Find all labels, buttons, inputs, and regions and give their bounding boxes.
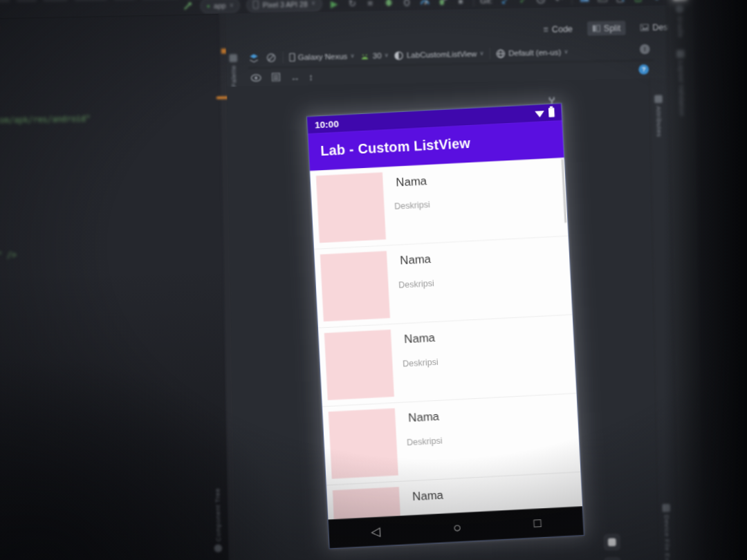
menu-text-blurred	[74, 0, 107, 1]
palette-tool-tab[interactable]: Palette	[229, 54, 237, 88]
api-version-select[interactable]: 30 ∨	[360, 51, 389, 60]
menu-text-blurred	[43, 0, 68, 1]
toolbar-separator	[283, 52, 284, 64]
design-canvas[interactable]: 10:00 Lab - Custom ListView Nama	[227, 79, 658, 560]
list-item[interactable]: Nama Deskripsi	[318, 315, 576, 407]
git-label: Git:	[480, 0, 492, 5]
status-time: 10:00	[315, 118, 340, 130]
help-badge[interactable]: ?	[638, 64, 649, 75]
code-line[interactable]: iew" />	[0, 250, 17, 261]
component-tree-tool-tab[interactable]: Component Tree	[213, 488, 222, 552]
chevron-down-icon: ∨	[350, 53, 354, 59]
item-subtitle: Deskripsi	[398, 278, 434, 290]
apply-code-changes-button[interactable]: ≡	[365, 0, 376, 8]
item-image-placeholder	[324, 330, 394, 400]
gradle-tab-label: Gradle	[676, 16, 684, 38]
build-hammer-icon[interactable]	[182, 0, 194, 12]
editor-mode-tabs: ≡ Code Split Design	[538, 19, 685, 37]
globe-icon	[496, 48, 506, 58]
apply-changes-button[interactable]: ↻	[347, 0, 358, 8]
locale-select[interactable]: Default (en-us) ∨	[496, 48, 568, 59]
nav-recents-button[interactable]: □	[533, 516, 542, 529]
sdk-manager-icon[interactable]	[651, 0, 663, 3]
orientation-list-icon[interactable]	[270, 71, 282, 83]
tab-code-label: Code	[552, 24, 573, 34]
attach-debugger-button[interactable]	[400, 0, 412, 8]
zoom-to-fit-button[interactable]	[602, 533, 621, 552]
list-item[interactable]: Nama Deskripsi	[322, 393, 580, 485]
chevron-down-icon: ∨	[230, 2, 234, 8]
apply-changes-restart-button[interactable]	[436, 0, 448, 7]
resize-vertical-icon[interactable]: ↕	[308, 71, 313, 82]
run-button[interactable]: ▶	[329, 0, 340, 9]
scrollbar-warning-mark[interactable]	[221, 48, 226, 53]
viewing-mode-icon[interactable]	[266, 52, 277, 64]
tab-code[interactable]: ≡ Code	[538, 21, 578, 37]
logcat-terminal-icon[interactable]	[596, 0, 608, 4]
chevron-down-icon: ∨	[479, 50, 483, 56]
device-for-preview-select[interactable]: Galaxy Nexus ∨	[289, 52, 355, 62]
battery-icon	[548, 108, 555, 118]
tab-split-label: Split	[604, 23, 621, 33]
item-image-placeholder	[320, 251, 390, 321]
design-icon	[640, 24, 649, 31]
android-studio-window: ● app ∨ Pixel 3 API 28 ∨ ▶ ↻ ≡	[0, 0, 747, 560]
code-line[interactable]: sk.com/apk/res/android"	[0, 114, 91, 126]
phone-preview[interactable]: 10:00 Lab - Custom ListView Nama	[307, 104, 584, 548]
nav-home-button[interactable]: ○	[452, 520, 461, 534]
run-config-label: app	[214, 1, 226, 10]
toolbar-separator	[571, 0, 572, 4]
zoom-to-fit-icon	[608, 538, 616, 546]
design-view-toolbar: ↔ ↕	[250, 68, 313, 86]
gradle-tool-tab[interactable]: Gradle	[676, 5, 684, 37]
component-tree-icon	[214, 544, 222, 552]
split-icon	[592, 25, 600, 32]
tab-split[interactable]: Split	[587, 21, 626, 36]
item-title: Nama	[408, 410, 440, 424]
git-commit-button[interactable]: ✓	[517, 0, 528, 6]
item-title: Nama	[396, 174, 427, 189]
item-subtitle: Deskripsi	[407, 436, 443, 447]
gradle-elephant-icon	[676, 5, 684, 13]
chevron-down-icon: ∨	[564, 49, 568, 55]
git-history-icon[interactable]	[535, 0, 547, 5]
attributes-tool-tab[interactable]: Attributes	[654, 95, 663, 138]
device-select[interactable]: Pixel 3 API 28 ∨	[246, 0, 322, 12]
zoom-in-button[interactable]: +	[603, 556, 622, 560]
list-item[interactable]: Nama Deskripsi	[310, 158, 568, 250]
view-options-icon[interactable]	[250, 72, 261, 84]
canvas-zoom-controls: + −	[602, 533, 622, 560]
palette-icon	[229, 54, 237, 62]
git-update-button[interactable]: ↙	[499, 0, 510, 6]
theme-label: LabCustomListView	[407, 50, 477, 59]
code-editor-pane[interactable]: sk.com/apk/res/android" y" g" w" ew" iew…	[0, 14, 229, 560]
attributes-icon	[654, 95, 663, 104]
device-manager-icon[interactable]	[614, 0, 626, 3]
debug-button[interactable]	[382, 0, 394, 8]
custom-listview[interactable]: Nama Deskripsi Nama Deskripsi Nama Deskr…	[310, 158, 582, 519]
layout-validation-tool-tab[interactable]: Layout Validation	[676, 50, 685, 116]
toolbar-separator	[473, 0, 474, 6]
editor-vignette	[0, 268, 229, 560]
git-rollback-button[interactable]: ↶	[553, 0, 565, 5]
project-structure-icon[interactable]	[578, 0, 590, 4]
run-config-select[interactable]: ● app ∨	[200, 0, 240, 13]
item-subtitle: Deskripsi	[394, 200, 430, 212]
profiler-button[interactable]	[418, 0, 430, 7]
running-devices-icon[interactable]	[633, 0, 645, 3]
theme-icon	[394, 50, 404, 60]
nav-back-button[interactable]: ◁	[371, 525, 381, 538]
device-file-explorer-tool-tab[interactable]: Device File Explorer	[662, 504, 672, 560]
stop-button[interactable]: ■	[454, 0, 466, 6]
resize-horizontal-icon[interactable]: ↔	[290, 71, 300, 82]
chevron-down-icon: ∨	[385, 53, 389, 58]
theme-select[interactable]: LabCustomListView ∨	[394, 49, 484, 60]
phone-icon	[289, 53, 295, 62]
layout-validation-tab-label: Layout Validation	[677, 61, 685, 117]
device-select-label: Pixel 3 API 28	[262, 0, 307, 8]
list-item[interactable]: Nama Deskripsi	[314, 236, 572, 328]
run-config-status-icon: ●	[207, 2, 210, 9]
ide-notification-icon[interactable]	[672, 0, 688, 1]
screenshot-root: ● app ∨ Pixel 3 API 28 ∨ ▶ ↻ ≡	[0, 0, 747, 560]
design-surface-icon[interactable]	[248, 53, 260, 64]
